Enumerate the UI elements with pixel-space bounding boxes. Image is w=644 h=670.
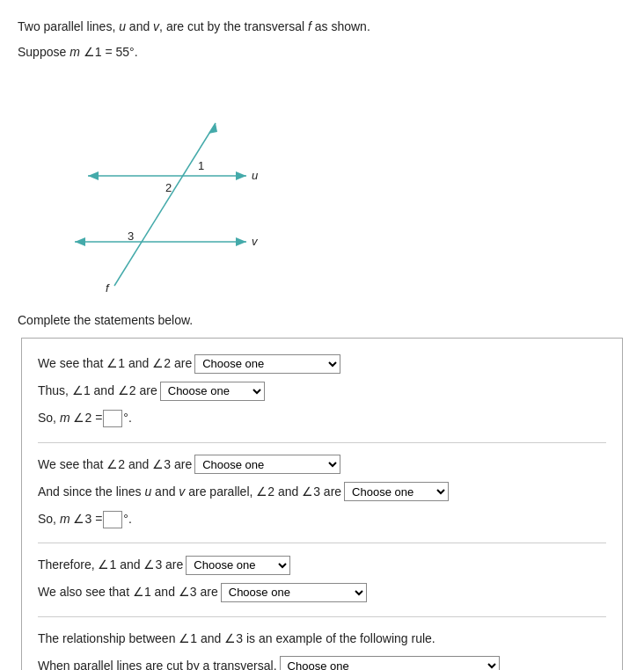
s7-dropdown[interactable]: Choose one supplementary congruent compl…	[186, 556, 290, 575]
statement-9: The relationship between ∠1 and ∠3 is an…	[38, 628, 606, 650]
s2-text: Thus, ∠1 and ∠2 are	[38, 380, 157, 402]
s4-dropdown[interactable]: Choose one supplementary congruent compl…	[194, 455, 340, 474]
intro-line1: Two parallel lines, u and v, are cut by …	[18, 18, 626, 36]
s3-text: So, m ∠2 =	[38, 407, 102, 429]
complete-statements-label: Complete the statements below.	[18, 313, 626, 327]
svg-text:f: f	[106, 281, 110, 295]
s3-degree: °.	[123, 407, 132, 429]
svg-marker-5	[236, 237, 246, 246]
s2-dropdown[interactable]: Choose one supplementary congruent compl…	[160, 382, 265, 401]
svg-marker-2	[236, 171, 246, 180]
statement-4: We see that ∠2 and ∠3 are Choose one sup…	[38, 454, 606, 476]
s4-text: We see that ∠2 and ∠3 are	[38, 454, 192, 476]
svg-marker-7	[209, 123, 217, 134]
svg-text:2: 2	[165, 181, 172, 194]
s9-text: The relationship between ∠1 and ∠3 is an…	[38, 628, 435, 650]
statement-5: And since the lines u and v are parallel…	[38, 481, 606, 503]
svg-text:3: 3	[128, 229, 134, 243]
statement-10: When parallel lines are cut by a transve…	[38, 655, 606, 670]
svg-text:1: 1	[198, 159, 204, 172]
statement-6: So, m ∠3 = °.	[38, 508, 606, 530]
statement-1: We see that ∠1 and ∠2 are Choose one sup…	[38, 353, 606, 375]
svg-text:u: u	[252, 169, 258, 182]
diagram-svg: u v f 1 2 3	[35, 70, 299, 299]
s5-dropdown[interactable]: Choose one supplementary congruent compl…	[344, 482, 449, 501]
intro-line2: Suppose m ∠1 = 55°.	[18, 43, 626, 62]
s6-text: So, m ∠3 =	[38, 508, 102, 530]
statement-8: We also see that ∠1 and ∠3 are Choose on…	[38, 581, 606, 603]
s6-degree: °.	[123, 508, 132, 530]
diagram: u v f 1 2 3	[35, 70, 299, 299]
statement-2: Thus, ∠1 and ∠2 are Choose one supplemen…	[38, 380, 606, 402]
statement-3: So, m ∠2 = °.	[38, 407, 606, 429]
s8-text: We also see that ∠1 and ∠3 are	[38, 581, 218, 603]
s1-text: We see that ∠1 and ∠2 are	[38, 353, 192, 375]
svg-marker-4	[75, 237, 85, 246]
statements-box: We see that ∠1 and ∠2 are Choose one sup…	[21, 338, 623, 670]
s10-text: When parallel lines are cut by a transve…	[38, 655, 277, 670]
svg-line-6	[114, 123, 216, 286]
svg-text:v: v	[252, 235, 259, 248]
svg-marker-1	[88, 171, 99, 180]
s8-dropdown[interactable]: Choose one supplementary congruent compl…	[221, 583, 367, 602]
s7-text: Therefore, ∠1 and ∠3 are	[38, 554, 183, 576]
s5-text: And since the lines u and v are parallel…	[38, 481, 341, 503]
m-angle3-input[interactable]	[103, 511, 122, 528]
m-angle2-input[interactable]	[103, 410, 122, 427]
s10-dropdown[interactable]: Choose one alternate interior angles are…	[280, 656, 500, 670]
statement-7: Therefore, ∠1 and ∠3 are Choose one supp…	[38, 554, 606, 576]
s1-dropdown[interactable]: Choose one supplementary congruent compl…	[194, 354, 340, 374]
